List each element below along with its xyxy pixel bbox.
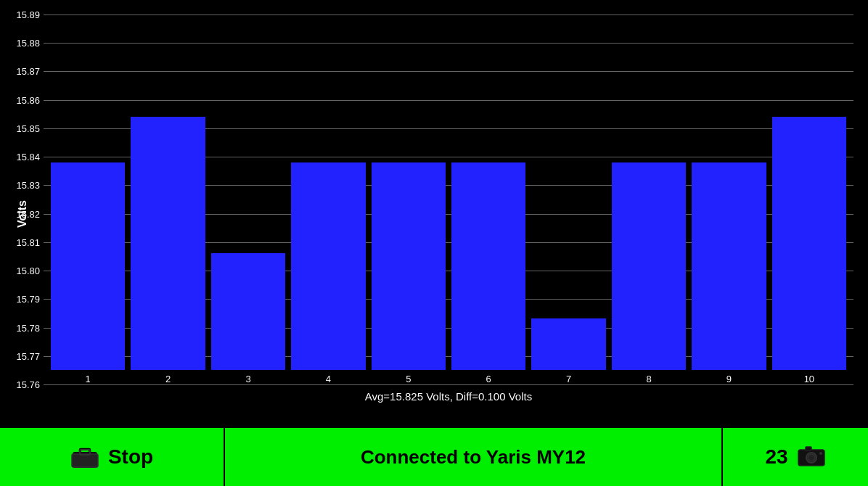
bottom-left-section: Stop: [0, 428, 225, 486]
bar-x-label: 6: [486, 374, 491, 384]
y-tick-label: 15.82: [16, 208, 40, 219]
svg-point-8: [808, 454, 815, 461]
bar: [291, 162, 365, 370]
bar-group: 10: [772, 15, 846, 384]
y-tick-label: 15.78: [16, 322, 40, 333]
bar-group: 1: [51, 15, 125, 384]
bar-group: 9: [692, 15, 766, 384]
svg-rect-9: [806, 447, 811, 450]
y-tick-label: 15.84: [16, 152, 40, 162]
chart-area: Volts 15.8915.8815.8715.8615.8515.8415.8…: [0, 0, 868, 428]
bottom-bar: Stop Connected to Yaris MY12 23: [0, 428, 868, 486]
bar-group: 2: [131, 15, 205, 384]
y-tick-label: 15.88: [16, 38, 40, 49]
y-tick-label: 15.77: [16, 350, 40, 361]
bar-x-label: 2: [165, 374, 171, 384]
bar-x-label: 9: [726, 374, 732, 384]
bar-x-label: 10: [804, 374, 814, 384]
bars-container: 12345678910: [44, 15, 853, 384]
briefcase-icon: [70, 445, 99, 469]
bar-x-label: 8: [646, 374, 651, 384]
count-number: 23: [765, 445, 787, 469]
y-tick-label: 15.76: [16, 379, 40, 390]
y-tick-label: 15.86: [16, 94, 40, 105]
bar-group: 3: [211, 15, 285, 384]
bar-group: 5: [372, 15, 446, 384]
stop-button-label[interactable]: Stop: [108, 445, 153, 469]
y-tick-label: 15.85: [16, 123, 40, 133]
y-tick-label: 15.80: [16, 265, 40, 276]
bar: [451, 162, 525, 370]
chart-inner: 15.8915.8815.8715.8615.8515.8415.8315.82…: [44, 15, 853, 384]
bar-x-label: 4: [326, 374, 331, 384]
bar: [612, 162, 686, 370]
y-tick-label: 15.83: [16, 180, 40, 191]
bottom-right-section: 23: [723, 428, 868, 486]
y-tick-label: 15.89: [16, 9, 40, 20]
bar-group: 4: [291, 15, 365, 384]
svg-rect-4: [72, 454, 98, 467]
y-tick-label: 15.79: [16, 294, 40, 305]
bar-x-label: 1: [86, 374, 91, 384]
chart-caption: Avg=15.825 Volts, Diff=0.100 Volts: [44, 384, 853, 408]
bar-group: 8: [612, 15, 686, 384]
bar: [131, 117, 205, 370]
bar-group: 6: [451, 15, 525, 384]
bottom-center-section: Connected to Yaris MY12: [225, 428, 723, 486]
bar: [211, 253, 285, 370]
svg-point-10: [819, 452, 822, 455]
camera-icon[interactable]: [797, 444, 826, 470]
grid-line: [44, 384, 853, 385]
bar-group: 7: [531, 15, 605, 384]
bar: [531, 318, 605, 370]
bar: [692, 162, 766, 370]
bar-x-label: 7: [566, 374, 571, 384]
y-tick-label: 15.87: [16, 66, 40, 77]
bar: [372, 162, 446, 370]
bar-x-label: 5: [406, 374, 411, 384]
bar: [51, 162, 125, 370]
bar: [772, 117, 846, 370]
connected-label: Connected to Yaris MY12: [361, 446, 586, 469]
y-tick-label: 15.81: [16, 236, 40, 247]
bar-x-label: 3: [245, 374, 250, 384]
